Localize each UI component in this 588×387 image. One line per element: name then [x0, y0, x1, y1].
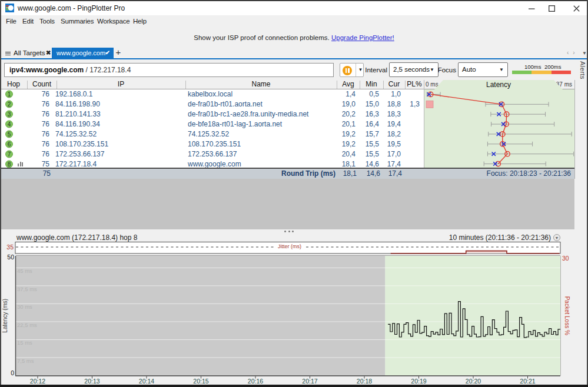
count-cell: 76 [42, 120, 49, 128]
ip-cell: 74.125.32.52 [55, 130, 97, 138]
tab-all-targets-close-icon[interactable]: ✖ [46, 48, 51, 58]
legend-orange-segment [531, 71, 552, 74]
column-header-avg[interactable]: Avg [337, 80, 360, 89]
hop-badge: 6 [5, 140, 13, 148]
pingplotter-window: www.google.com - PingPlotter Pro FileEdi… [0, 0, 588, 387]
tab-all-targets[interactable]: All Targets [14, 48, 45, 58]
menu-bar: FileEditToolsSummariesWorkspaceHelp [1, 15, 587, 28]
cur-cell: 18,2 [387, 130, 401, 138]
cur-cell: 17,4 [387, 160, 401, 168]
tab-menu-icon[interactable] [5, 52, 11, 56]
hamburger-line [5, 55, 11, 55]
name-cell: kabelbox.local [188, 90, 232, 98]
x-tick-label: 20:20 [466, 378, 481, 385]
ip-cell: 108.170.235.151 [55, 140, 108, 148]
column-header-min[interactable]: Min [360, 80, 383, 89]
avg-cell: 18,1 [342, 160, 356, 168]
round-trip-row: 75 Round Trip (ms) 18,1 14,6 17,4 Focus:… [1, 168, 574, 179]
bar [18, 164, 19, 166]
ip-cell: 192.168.0.1 [55, 90, 92, 98]
window-border-left [0, 0, 1, 387]
latency-axis-top: 50 [7, 253, 14, 261]
cur-cell: 18,3 [387, 110, 401, 118]
menu-tools[interactable]: Tools [39, 15, 55, 28]
column-separator [337, 81, 337, 89]
packet-loss-axis-title: Packet Loss % [564, 296, 570, 335]
bar [22, 162, 23, 166]
maximize-icon [549, 5, 555, 12]
close-button[interactable] [566, 1, 586, 15]
count-cell: 76 [42, 90, 49, 98]
legend-200ms: 200ms [544, 64, 562, 70]
column-header-hop[interactable]: Hop [0, 80, 27, 89]
tab-scroll-right-icon: › [573, 49, 574, 56]
focus-select[interactable]: Auto ▼ [458, 62, 508, 77]
legend-green-segment [512, 71, 531, 74]
x-tick-label: 20:15 [193, 378, 208, 385]
min-cell: 15,7 [366, 130, 379, 138]
gridline-label: 30 ms [17, 303, 32, 310]
column-header-count[interactable]: Count [27, 80, 57, 89]
ip-cell: 172.253.66.137 [55, 150, 104, 158]
name-cell: de-fra01b-rt01.aorta.net [188, 100, 263, 108]
column-header-pl[interactable]: PL% [405, 80, 424, 89]
cur-cell: 1,0 [391, 90, 401, 98]
count-cell: 75 [42, 160, 49, 168]
jitter-axis-max: 35 [6, 243, 14, 251]
tab-www-google-com[interactable]: www.google.com ✔ [52, 48, 114, 58]
x-tick-label: 20:16 [248, 378, 263, 385]
latency-column-title: Latency [486, 81, 511, 89]
focus-label: Focus [426, 63, 456, 77]
pause-button[interactable] [343, 66, 352, 75]
gridline-label: 15 ms [17, 339, 32, 346]
minimize-button[interactable] [521, 1, 542, 15]
column-separator [27, 81, 28, 89]
menu-help[interactable]: Help [133, 15, 147, 28]
upgrade-link[interactable]: Upgrade PingPlotter! [331, 34, 394, 41]
min-cell: 16,3 [366, 110, 379, 118]
packet-loss-marker [426, 101, 433, 108]
toolbar: ipv4:www.google.com / 172.217.18.4 ▼ Int… [1, 59, 587, 80]
menu-summaries[interactable]: Summaries [61, 15, 94, 28]
minimize-icon [529, 5, 535, 12]
hop-badge: 7 [5, 150, 13, 158]
timeline-chart: 35Jitter (ms)45 ms37,5 ms30 ms22,5 ms15 … [0, 229, 588, 387]
count-cell: 76 [42, 130, 49, 138]
round-trip-min: 14,6 [367, 169, 380, 179]
tab-check-icon: ✔ [105, 48, 110, 58]
avg-cell: 19,0 [342, 100, 356, 108]
target-address-box[interactable]: ipv4:www.google.com / 172.217.18.4 [4, 63, 334, 77]
name-cell: de-fra01b-rc1-ae28.fra.unity-media.net [188, 110, 308, 118]
focus-value: Auto [462, 66, 476, 73]
x-tick-label: 20:17 [302, 378, 317, 385]
jitter-series-label: Jitter (ms) [278, 243, 301, 249]
packet-loss-axis-top: 30 [562, 255, 569, 262]
avg-cell: 19,2 [342, 140, 356, 148]
tab-list-caret-icon[interactable]: ▼ [582, 51, 587, 56]
interval-value: 2,5 seconds [393, 66, 430, 73]
new-tab-button[interactable]: + [114, 47, 122, 58]
menu-workspace[interactable]: Workspace [97, 15, 130, 28]
column-header-name[interactable]: Name [185, 80, 337, 89]
tab-scroll-arrows[interactable]: ‹› [567, 49, 579, 56]
upgrade-banner: Show your ISP proof of connection proble… [1, 28, 587, 48]
count-cell: 76 [42, 140, 49, 148]
x-tick-label: 20:18 [357, 378, 372, 385]
hop-badge: 1 [5, 91, 13, 98]
maximize-button[interactable] [542, 1, 562, 15]
pause-bar [348, 68, 350, 73]
menu-file[interactable]: File [6, 15, 16, 28]
hamburger-line [5, 53, 11, 54]
x-tick-label: 20:12 [30, 378, 45, 385]
column-header-cur[interactable]: Cur [383, 80, 405, 89]
cur-cell: 19,5 [387, 140, 401, 148]
column-separator [360, 81, 360, 89]
ip-cell: 81.210.141.33 [55, 110, 101, 118]
avg-cell: 20,1 [342, 120, 356, 128]
alerts-tab[interactable]: Alerts [577, 61, 586, 91]
menu-edit[interactable]: Edit [22, 15, 34, 28]
hamburger-line [5, 52, 11, 52]
column-header-ip[interactable]: IP [57, 80, 185, 89]
tab-bar: All Targets ✖ www.google.com ✔ + ‹› ▼ [1, 48, 587, 58]
pause-bar [346, 68, 347, 73]
